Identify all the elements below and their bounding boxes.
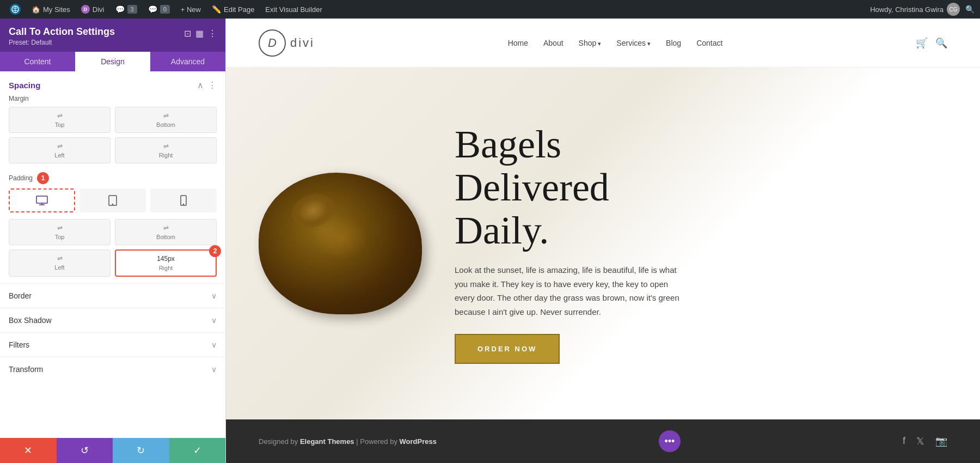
layout-icon[interactable]: ▦	[195, 28, 204, 39]
padding-right-field[interactable]: 145px Right 2	[115, 249, 217, 277]
spacing-header-actions: ∧ ⋮	[197, 80, 217, 90]
avatar: CG	[947, 3, 960, 16]
exit-builder-item[interactable]: Exit Visual Builder	[261, 0, 327, 19]
logo-circle: D	[259, 29, 286, 57]
wordpress-link[interactable]: WordPress	[400, 437, 437, 446]
collapse-spacing-icon[interactable]: ∧	[197, 80, 204, 90]
panel-preset[interactable]: Preset: Default	[9, 39, 115, 46]
nav-blog[interactable]: Blog	[666, 39, 681, 47]
edit-page-item[interactable]: ✏️ Edit Page	[207, 0, 259, 19]
hero-section: BagelsDeliveredDaily. Look at the sunset…	[226, 68, 980, 419]
twitter-icon[interactable]: 𝕏	[916, 435, 924, 447]
padding-left-field[interactable]: ⇌ Left	[9, 249, 111, 277]
nav-about[interactable]: About	[543, 39, 564, 47]
comments-item[interactable]: 💬 3	[111, 0, 142, 19]
more-icon[interactable]: ⋮	[208, 28, 217, 39]
save-icon: ✓	[193, 444, 201, 456]
divi-icon: D	[81, 5, 90, 14]
padding-left-label: Left	[54, 264, 64, 271]
tablet-btn[interactable]	[79, 188, 146, 212]
redo-button[interactable]: ↻	[113, 438, 169, 463]
panel-title: Call To Action Settings	[9, 26, 115, 38]
desktop-btn[interactable]	[9, 188, 75, 212]
padding-fields: ⇌ Top ⇌ Bottom ⇌ Left 145px Right 2	[0, 219, 225, 283]
elegant-themes-link[interactable]: Elegant Themes	[300, 437, 354, 446]
undo-button[interactable]: ↺	[57, 438, 113, 463]
margin-bottom-field[interactable]: ⇌ Bottom	[115, 107, 217, 133]
wp-logo	[10, 4, 21, 15]
comment-icon: 💬	[115, 5, 125, 14]
badge-2: 2	[209, 245, 221, 257]
new-item[interactable]: + New	[176, 0, 205, 19]
admin-bar-right: Howdy, Christina Gwira CG 🔍	[870, 3, 975, 16]
footer-fab-button[interactable]: •••	[659, 430, 681, 452]
logo-text: divi	[290, 36, 315, 50]
site-menu: Home About Shop Services Blog Contact	[508, 39, 723, 47]
divi-label: Divi	[93, 5, 105, 14]
tab-content[interactable]: Content	[0, 52, 75, 71]
transform-label: Transform	[9, 365, 43, 374]
wp-admin-bar: 🏠 My Sites D Divi 💬 3 💬 0 + New ✏️ Edit …	[0, 0, 980, 19]
cart-icon[interactable]: 🛒	[916, 37, 928, 49]
my-sites-item[interactable]: 🏠 My Sites	[27, 0, 75, 19]
hero-title: BagelsDeliveredDaily.	[455, 123, 936, 253]
padding-top-label: Top	[55, 234, 65, 240]
nav-shop[interactable]: Shop	[579, 39, 602, 47]
filters-section[interactable]: Filters ∨	[0, 332, 225, 357]
box-shadow-section[interactable]: Box Shadow ∨	[0, 308, 225, 332]
left-panel: Call To Action Settings Preset: Default …	[0, 19, 226, 463]
box-shadow-label: Box Shadow	[9, 316, 52, 325]
spacing-more-icon[interactable]: ⋮	[208, 80, 217, 90]
nav-search-icon[interactable]: 🔍	[935, 37, 947, 49]
pencil-icon: ✏️	[212, 5, 221, 14]
hero-cta-button[interactable]: ORDER NOW	[455, 334, 560, 364]
margin-top-field[interactable]: ⇌ Top	[9, 107, 111, 133]
nav-contact[interactable]: Contact	[696, 39, 722, 47]
nav-home[interactable]: Home	[508, 39, 528, 47]
save-button[interactable]: ✓	[169, 438, 226, 463]
mobile-btn[interactable]	[150, 188, 217, 212]
padding-label: Padding	[9, 174, 33, 182]
instagram-icon[interactable]: 📷	[935, 435, 947, 447]
border-chevron: ∨	[211, 291, 217, 300]
panel-header-icons: ⊡ ▦ ⋮	[184, 28, 217, 39]
bottom-action-bar: ✕ ↺ ↻ ✓	[0, 438, 225, 463]
margin-right-field[interactable]: ⇌ Right	[115, 137, 217, 163]
spacing-title: Spacing	[9, 81, 40, 90]
site-logo: D divi	[259, 29, 315, 57]
hero-image	[259, 173, 422, 314]
svg-point-5	[113, 204, 113, 205]
border-section[interactable]: Border ∨	[0, 283, 225, 308]
tab-advanced[interactable]: Advanced	[150, 52, 225, 71]
box-shadow-chevron: ∨	[211, 316, 217, 325]
padding-bottom-label: Bottom	[156, 234, 175, 240]
new-label: + New	[181, 5, 201, 14]
edit-page-label: Edit Page	[224, 5, 254, 14]
margin-left-field[interactable]: ⇌ Left	[9, 137, 111, 163]
link-icon-margin-top: ⇌	[57, 112, 63, 119]
search-icon[interactable]: 🔍	[965, 5, 975, 14]
redo-icon: ↻	[137, 444, 145, 456]
wp-logo-item[interactable]	[5, 0, 25, 19]
nav-services[interactable]: Services	[616, 39, 651, 47]
tab-design[interactable]: Design	[75, 52, 150, 71]
padding-bottom-field[interactable]: ⇌ Bottom	[115, 219, 217, 245]
facebook-icon[interactable]: f	[903, 435, 905, 447]
margin-bottom-label: Bottom	[156, 121, 175, 128]
comment2-item[interactable]: 💬 0	[144, 0, 174, 19]
more-dots-icon: •••	[665, 436, 675, 447]
divi-item[interactable]: D Divi	[77, 0, 109, 19]
compress-icon[interactable]: ⊡	[184, 28, 191, 39]
link-icon-padding-top: ⇌	[57, 224, 63, 232]
margin-right-label: Right	[159, 152, 173, 159]
transform-section[interactable]: Transform ∨	[0, 357, 225, 381]
house-icon: 🏠	[32, 5, 40, 14]
padding-top-field[interactable]: ⇌ Top	[9, 219, 111, 245]
hero-description: Look at the sunset, life is amazing, lif…	[455, 263, 683, 319]
comment-count: 3	[127, 5, 137, 14]
device-row	[0, 188, 225, 219]
cancel-button[interactable]: ✕	[0, 438, 57, 463]
border-label: Border	[9, 291, 32, 300]
margin-left-label: Left	[54, 152, 64, 159]
site-menu-icons: 🛒 🔍	[916, 37, 947, 49]
